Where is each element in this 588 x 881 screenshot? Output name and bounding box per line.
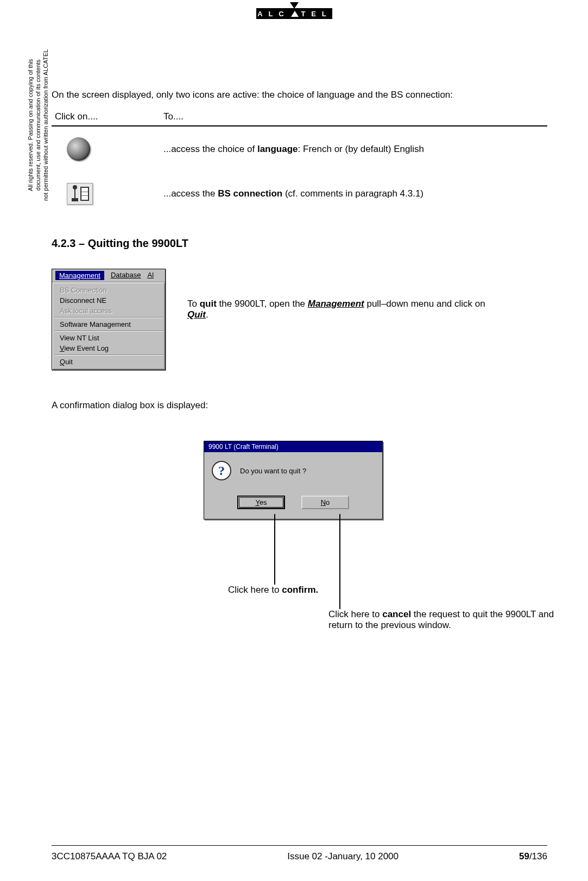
management-menu-screenshot: Management Database Al BS Connection Dis… [52,269,166,370]
quit-instruction: To quit the 9900LT, open the Management … [187,299,491,320]
row-language-desc: ...access the choice of language: French… [160,126,547,172]
globe-icon[interactable] [67,137,91,161]
page-footer: 3CC10875AAAA TQ BJA 02 Issue 02 -January… [52,845,547,862]
table-row: ...access the BS connection (cf. comment… [52,172,547,216]
menu-management[interactable]: Management [55,271,104,280]
callout-confirm: Click here to confirm. [228,585,369,595]
menu-item-software-mgmt[interactable]: Software Management [53,319,164,329]
table-row: ...access the choice of language: French… [52,126,547,172]
menu-item-quit[interactable]: Quit [53,357,164,367]
brand-logo: ALCTEL [256,8,332,19]
confirm-dialog-intro: A confirmation dialog box is displayed: [52,400,547,411]
callout-cancel: Click here to cancel the request to quit… [328,609,562,631]
menu-separator [54,354,163,356]
issue-date: Issue 02 -January, 10 2000 [287,851,399,862]
quit-confirm-dialog: 9900 LT (Craft Terminal) ? Do you want t… [204,441,383,519]
management-dropdown: BS Connection Disconnect NE Ask local ac… [52,282,165,370]
menu-database[interactable]: Database [111,271,141,280]
question-icon: ? [212,461,231,480]
section-heading: 4.2.3 – Quitting the 9900LT [52,237,547,250]
menu-separator [54,331,163,332]
menu-item-view-nt-list[interactable]: View NT List [53,333,164,343]
menu-item-ask-local[interactable]: Ask local access [53,306,164,316]
menu-item-view-event-log[interactable]: View Event Log [53,343,164,353]
rights-notice: All rights reserved. Passing on and copy… [27,49,49,201]
col-to: To.... [160,109,547,126]
intro-text: On the screen displayed, only two icons … [52,90,547,100]
no-button[interactable]: No [301,496,349,509]
leader-line-yes [274,514,275,585]
col-clickon: Click on.... [52,109,160,126]
page-number: 59/136 [519,851,547,862]
bs-connection-icon[interactable] [67,183,93,205]
menu-item-disconnect-ne[interactable]: Disconnect NE [53,295,164,306]
dialog-message: Do you want to quit ? [240,467,306,475]
menu-item-bs-connection[interactable]: BS Connection [53,285,164,295]
doc-ref: 3CC10875AAAA TQ BJA 02 [52,851,167,862]
dialog-title: 9900 LT (Craft Terminal) [204,441,382,452]
menu-bar: Management Database Al [52,269,165,282]
menu-al[interactable]: Al [148,271,154,280]
menu-separator [54,317,163,318]
click-to-table: Click on.... To.... ...access the choice… [52,109,547,216]
row-bs-desc: ...access the BS connection (cf. comment… [160,172,547,216]
yes-button[interactable]: Yes [237,496,285,509]
